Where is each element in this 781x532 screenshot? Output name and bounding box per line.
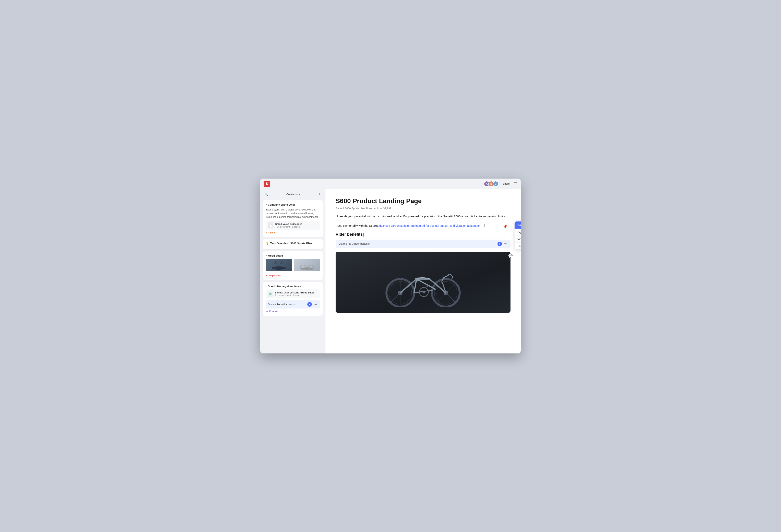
summarise-label: Summarise with extracts: [268, 303, 295, 306]
svg-rect-26: [427, 286, 429, 286]
ai-play-button[interactable]: [497, 242, 502, 246]
bike-svg: [353, 258, 493, 307]
text-cursor: [484, 224, 485, 228]
mood-image-2: [294, 259, 320, 271]
sidebar: 🔍 Create note + ▾ Company brand voice In…: [260, 189, 325, 354]
dropdown-item-vibrant[interactable]: Vibrant damping: [515, 236, 521, 242]
cursor: |: [363, 232, 364, 237]
card-title: Company brand voice: [268, 203, 295, 206]
context-tag-label: Context: [269, 310, 278, 313]
ai-more-button[interactable]: •••: [503, 242, 508, 246]
mood-image-1: [265, 259, 292, 271]
doc-info: Brand Voice Guidelines PDF document · 3 …: [275, 223, 302, 228]
doc-title: Sanetti user persona - Road bikes: [275, 291, 314, 294]
ai-prompt-text: List the top 3 rider benefits: [338, 242, 370, 245]
rider-benefits-heading: Rider benefits|: [336, 232, 510, 237]
doc-meta: Excel document · 1 sheet: [275, 294, 314, 296]
context-icon: ◈: [266, 310, 268, 313]
heart-icon: ♥: [266, 274, 268, 277]
card-header: ▾ Sport bike target audience: [265, 285, 320, 288]
svg-line-25: [424, 286, 428, 288]
mood-images: [265, 259, 320, 271]
avatar: C: [493, 181, 498, 187]
card-body: Inspire cyclist with a blend of competit…: [265, 208, 320, 219]
doc-meta: PDF document · 3 pages: [275, 226, 302, 228]
doc-info: Sanetti user persona - Road bikes Excel …: [275, 291, 314, 296]
ai-prompt-row: List the top 3 rider benefits •••: [336, 240, 510, 248]
topbar: S A B C Share: [260, 178, 521, 189]
context-tag[interactable]: ◈ Context: [265, 309, 320, 313]
content-area: S600 Product Landing Page Sanetti S600 S…: [325, 189, 521, 354]
ai-row-actions: •••: [497, 242, 508, 246]
audience-card: ▾ Sport bike target audience ⊞ Sanetti u…: [263, 282, 323, 316]
chevron-icon: ▾: [265, 285, 266, 287]
mood-board-card: ▾ Mood board: [263, 251, 323, 280]
summarise-actions: •••: [307, 302, 318, 307]
style-tag-label: Style: [270, 231, 276, 234]
intro-paragraph: Unleash your potential with our cutting-…: [336, 214, 510, 219]
card-header: ▾ Mood board: [265, 254, 320, 257]
svg-point-0: [272, 267, 286, 270]
more-button[interactable]: •••: [314, 302, 318, 306]
comment-icon[interactable]: 💬: [508, 254, 512, 258]
doc-item[interactable]: ⊞ Sanetti user persona - Road bikes Exce…: [265, 289, 320, 298]
svg-point-4: [300, 268, 313, 270]
create-note-button[interactable]: Create note: [286, 193, 300, 196]
bike-image: [336, 252, 510, 313]
doc-item[interactable]: 📄 Brand Voice Guidelines PDF document · …: [265, 221, 320, 230]
sidebar-topbar: 🔍 Create note +: [263, 191, 323, 198]
brand-voice-card: ▾ Company brand voice Inspire cyclist wi…: [263, 200, 323, 237]
card-title: Tech Overview: S600 Sports Bike: [270, 242, 312, 245]
layout-toggle-icon[interactable]: [514, 182, 518, 185]
page-title: S600 Product Landing Page: [336, 197, 510, 205]
dropdown-item-ergonomic[interactable]: Ergonomic saddle: [515, 229, 521, 236]
add-button[interactable]: +: [317, 192, 322, 197]
chevron-icon: ▾: [265, 204, 266, 206]
dropdown-item-building[interactable]: Building options ...: [515, 242, 521, 249]
pin-icon: 📌: [503, 224, 507, 229]
topbar-right: A B C Share: [484, 181, 518, 187]
chevron-icon: ▾: [265, 255, 266, 257]
search-button[interactable]: 🔍: [263, 192, 269, 197]
app-logo: S: [263, 180, 270, 187]
main-layout: 🔍 Create note + ▾ Company brand voice In…: [260, 189, 521, 354]
doc-icon: 📄: [268, 222, 273, 228]
inline-block: 📌 Race comfortably with the S600'sadvanc…: [336, 223, 510, 229]
lightbulb-icon: 💡: [265, 242, 269, 245]
tech-overview-card: 💡 Tech Overview: S600 Sports Bike: [263, 239, 323, 249]
style-tag[interactable]: 🏷 Style: [265, 230, 320, 234]
inline-link[interactable]: advanced carbon saddle. Engineered for o…: [378, 224, 481, 228]
dropdown-selected-button[interactable]: Comfort & performance →|: [515, 221, 521, 229]
page-subtitle: Sanetti S600 Sports bike. Preorder from …: [336, 207, 510, 210]
inline-text: Race comfortably with the S600'sadvanced…: [336, 223, 510, 229]
play-button[interactable]: [307, 302, 312, 307]
share-button[interactable]: Share: [501, 181, 511, 186]
user-avatars: A B C: [484, 181, 498, 187]
doc-title: Brand Voice Guidelines: [275, 223, 302, 226]
app-window: S A B C Share 🔍 Create note +: [260, 178, 521, 354]
card-header: 💡 Tech Overview: S600 Sports Bike: [265, 242, 320, 245]
svg-rect-3: [275, 264, 283, 264]
inspiration-tag[interactable]: ♥ Inspiration: [265, 273, 320, 277]
inline-prefix: Race comfortably with the S600's: [336, 224, 378, 228]
arrow-icon: →: [481, 224, 484, 228]
style-tag-icon: 🏷: [266, 231, 269, 234]
card-header: ▾ Company brand voice: [265, 203, 320, 206]
dropdown-selected-label: Comfort & performance: [518, 223, 521, 227]
card-title: Sport bike target audience: [268, 285, 301, 288]
bike-image-container: 💬: [336, 252, 510, 313]
inspiration-tag-label: Inspiration: [269, 274, 281, 277]
summarise-row: Summarise with extracts •••: [265, 300, 320, 309]
dropdown-popup: Comfort & performance →| Ergonomic saddl…: [515, 221, 521, 249]
card-title: Mood board: [268, 254, 283, 257]
svg-point-24: [423, 291, 425, 293]
excel-icon: ⊞: [268, 291, 273, 297]
